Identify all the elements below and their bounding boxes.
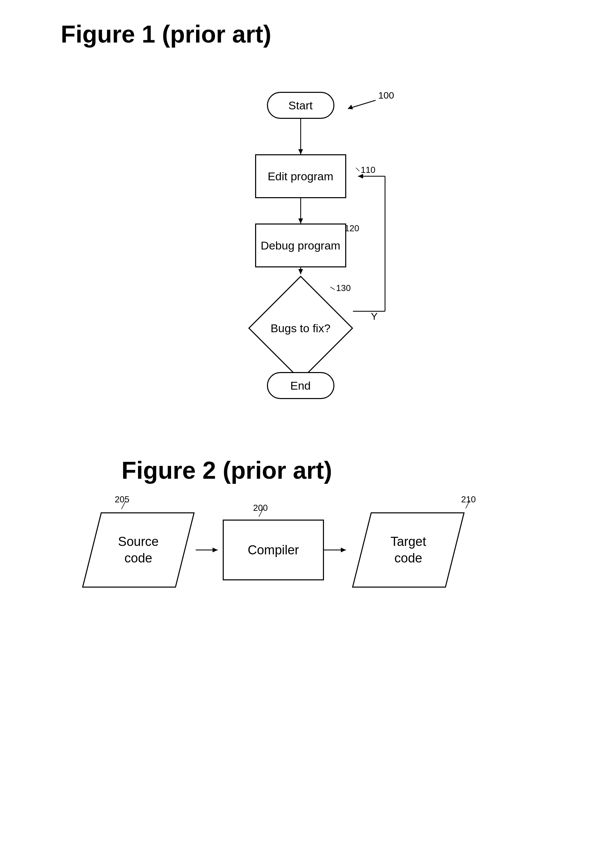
end-box: End [267, 372, 334, 399]
svg-line-1 [348, 100, 375, 109]
bugs-to-fix-diamond: Bugs to fix? [247, 274, 355, 382]
svg-text:100: 100 [378, 90, 394, 101]
svg-line-18 [356, 168, 359, 171]
arrow-source-compiler [196, 543, 223, 557]
compiler-wrapper: 200 ╱ Compiler [223, 520, 324, 580]
svg-text:110: 110 [361, 165, 375, 175]
target-code-wrapper: 210 ╱ Targetcode [351, 511, 466, 589]
svg-marker-6 [298, 219, 303, 223]
svg-marker-4 [298, 149, 303, 154]
debug-program-box: Debug program [255, 223, 346, 267]
figure1-container: Figure 1 (prior art) 100 [0, 20, 601, 423]
figure2-container: Figure 2 (prior art) 205 ╱ Sourcecode [0, 457, 601, 589]
figure1-title: Figure 1 (prior art) [61, 20, 271, 48]
diagram2: 205 ╱ Sourcecode 200 [81, 511, 466, 589]
source-code-wrapper: 205 ╱ Sourcecode [81, 511, 196, 589]
svg-text:120: 120 [345, 223, 359, 233]
svg-marker-12 [358, 174, 363, 179]
source-code-label: Sourcecode [118, 533, 159, 567]
label-200-tick: ╱ [259, 509, 263, 517]
compiler-box: Compiler [223, 520, 324, 580]
svg-marker-2 [348, 105, 353, 109]
page: Figure 1 (prior art) 100 [0, 0, 601, 868]
svg-marker-27 [341, 548, 346, 552]
target-code-label: Targetcode [390, 533, 426, 567]
source-code-shape: Sourcecode [81, 511, 196, 589]
target-code-shape: Targetcode [351, 511, 466, 589]
label-205-tick: ╱ [122, 501, 125, 509]
flowchart: 100 [183, 68, 419, 423]
edit-program-box: Edit program [255, 154, 346, 198]
svg-text:Y: Y [371, 310, 378, 322]
svg-marker-8 [298, 269, 303, 274]
svg-marker-25 [213, 548, 218, 552]
arrow-compiler-target [324, 543, 351, 557]
start-box: Start [267, 92, 334, 119]
figure2-title: Figure 2 (prior art) [122, 457, 332, 484]
label-210-tick: ╱ [466, 500, 470, 509]
